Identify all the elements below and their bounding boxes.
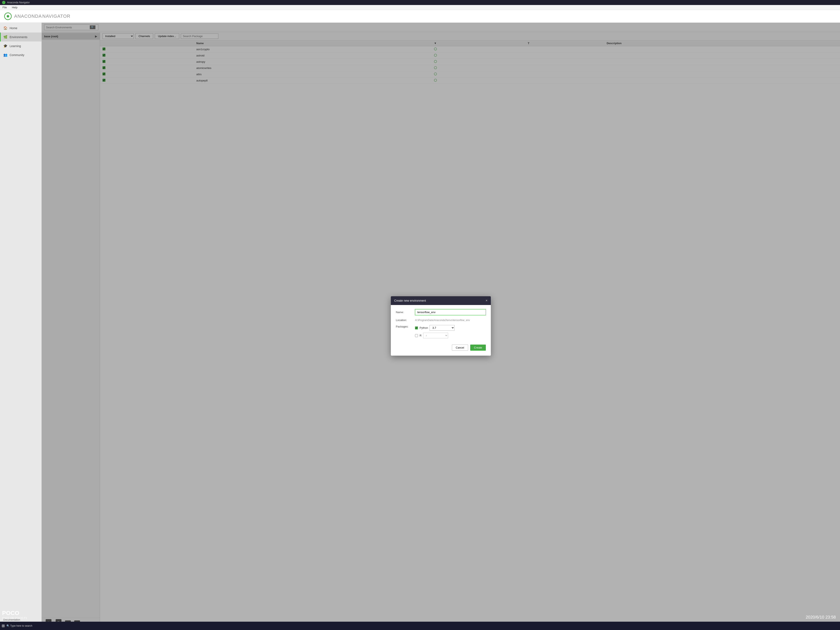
taskbar-search[interactable]: 🔍 Type here to search (6, 624, 32, 627)
sidebar: 🏠 Home 🌿 Environments 🎓 Learning 👥 Commu… (0, 23, 42, 629)
python-checkbox[interactable] (415, 327, 418, 329)
logo-text: ANACONDA NAVIGATOR (14, 14, 70, 19)
r-checkbox[interactable] (415, 334, 418, 337)
sidebar-learning-label: Learning (9, 44, 21, 48)
learning-icon: 🎓 (3, 44, 8, 48)
sidebar-item-community[interactable]: 👥 Community (0, 51, 41, 59)
sidebar-environments-label: Environments (9, 35, 27, 39)
modal-packages-row: Packages: Python 3.7 3.8 3.6 (396, 325, 486, 340)
body-layout: 🏠 Home 🌿 Environments 🎓 Learning 👥 Commu… (0, 23, 840, 629)
modal-name-input[interactable] (415, 309, 486, 315)
taskbar: ⊞ 🔍 Type here to search (0, 622, 840, 630)
create-env-modal: Create new environment × Name: Location: (391, 296, 491, 355)
sidebar-community-label: Community (9, 53, 24, 57)
app-container: ANACONDA NAVIGATOR 🏠 Home 🌿 Environments… (0, 10, 840, 629)
r-version-select[interactable]: r r-3.6 r-3.5 (423, 333, 448, 338)
app-header: ANACONDA NAVIGATOR (0, 10, 840, 23)
modal-overlay: Create new environment × Name: Location: (42, 23, 840, 629)
menu-file[interactable]: File (2, 5, 8, 9)
sidebar-item-environments[interactable]: 🌿 Environments (0, 33, 41, 41)
cancel-button[interactable]: Cancel (452, 344, 468, 351)
modal-body: Name: Location: H:\ProgramData\Anaconda3… (391, 305, 491, 355)
modal-packages-options: Python 3.7 3.8 3.6 2.7 (415, 325, 455, 340)
home-icon: 🏠 (3, 26, 8, 30)
menu-bar: File Help (0, 5, 840, 10)
modal-close-button[interactable]: × (486, 299, 488, 303)
modal-name-row: Name: (396, 309, 486, 315)
app-icon (2, 1, 5, 4)
modal-title: Create new environment (394, 299, 426, 302)
datetime-display: 2020/6/10 23:58 (805, 615, 836, 620)
modal-packages-label: Packages: (396, 325, 412, 328)
main-content: 🔍 base (root) ▶ + (42, 23, 840, 629)
modal-footer: Cancel Create (396, 343, 486, 351)
modal-header: Create new environment × (391, 296, 491, 305)
r-option-row: R r r-3.6 r-3.5 (415, 333, 455, 338)
watermark-brand: POCO (2, 610, 27, 616)
sidebar-home-label: Home (9, 27, 17, 30)
modal-name-label: Name: (396, 311, 412, 314)
python-label: Python (420, 326, 428, 329)
title-bar: Anaconda Navigator (0, 0, 840, 5)
modal-location-value: H:\ProgramData\Anaconda3\envs\tensorflow… (415, 319, 470, 322)
python-version-select[interactable]: 3.7 3.8 3.6 2.7 (429, 325, 455, 331)
logo-icon (4, 13, 12, 20)
environments-icon: 🌿 (3, 35, 8, 39)
menu-help[interactable]: Help (11, 5, 18, 9)
modal-location-label: Location: (396, 319, 412, 322)
create-button[interactable]: Create (470, 344, 486, 351)
community-icon: 👥 (3, 53, 8, 57)
r-label: R (420, 334, 422, 337)
taskbar-start[interactable]: ⊞ (2, 624, 5, 628)
modal-location-row: Location: H:\ProgramData\Anaconda3\envs\… (396, 319, 486, 322)
sidebar-item-home[interactable]: 🏠 Home (0, 24, 41, 33)
sidebar-item-learning[interactable]: 🎓 Learning (0, 41, 41, 51)
watermark-sub: SHOT ON POCO F1 (2, 616, 27, 620)
watermark: POCO SHOT ON POCO F1 (2, 610, 27, 620)
python-option-row: Python 3.7 3.8 3.6 2.7 (415, 325, 455, 331)
app-title: Anaconda Navigator (7, 1, 30, 4)
